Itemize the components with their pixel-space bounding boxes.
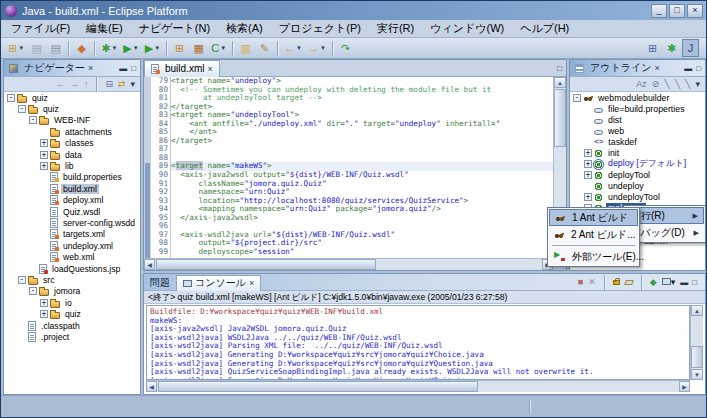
scroll-left-icon[interactable]: ◀	[144, 259, 155, 270]
tree-item[interactable]: +data	[4, 149, 140, 160]
minimize-view-icon[interactable]: ▬	[119, 64, 127, 73]
expand-icon[interactable]: +	[40, 139, 48, 147]
tree-item[interactable]: server-config.wsdd	[4, 217, 140, 228]
tree-item[interactable]: <>taskdef	[570, 136, 705, 147]
expand-icon[interactable]: +	[40, 299, 48, 307]
scroll-lock-button[interactable]	[613, 277, 620, 287]
external-tools-run-button[interactable]: ✱▼	[99, 39, 119, 57]
menubar-item[interactable]: 検索(A)	[218, 20, 271, 37]
maximize-editor-icon[interactable]: □	[557, 64, 566, 73]
tree-item[interactable]: +deploy [デフォルト]	[570, 158, 705, 169]
menubar-item[interactable]: ウィンドウ(W)	[422, 20, 512, 37]
tree-item[interactable]: dist	[570, 114, 705, 125]
tree-item[interactable]: +classes	[4, 138, 140, 149]
menubar-item[interactable]: ファイル(F)	[3, 20, 78, 37]
open-console-button[interactable]: ▾	[662, 277, 676, 287]
menubar-item[interactable]: ヘルプ(H)	[512, 20, 577, 37]
menubar-item[interactable]: 実行(R)	[369, 20, 422, 37]
expand-icon[interactable]: +	[584, 193, 592, 201]
code-area[interactable]: <target name="undeploy"> <!-- Sometimes …	[171, 77, 553, 258]
tree-item[interactable]: web.xml	[4, 251, 140, 262]
editor-horizontal-scrollbar[interactable]: ◀ ▶	[144, 258, 553, 270]
close-icon[interactable]: ×	[207, 64, 212, 74]
console-output[interactable]: Buildfile: D:¥workspace¥quiz¥quiz¥WEB-IN…	[146, 305, 690, 380]
tab-console[interactable]: コンソール×	[176, 275, 261, 291]
sort-icon[interactable]: Az	[636, 79, 647, 89]
console-vertical-scrollbar[interactable]: ▲ ▼	[690, 305, 703, 380]
filter-internal-icon[interactable]: ╲	[664, 79, 669, 89]
tree-item[interactable]: deploy.xml	[4, 195, 140, 206]
minimize-view-icon[interactable]: ▬	[680, 278, 688, 287]
tab-outline[interactable]: アウトライン ×	[570, 60, 665, 76]
expand-icon[interactable]: +	[584, 149, 592, 157]
tree-item[interactable]: undeploy.xml	[4, 240, 140, 251]
back-history-icon[interactable]: ←	[56, 79, 65, 89]
close-button[interactable]: ×	[687, 4, 703, 18]
console-horizontal-scrollbar[interactable]: ◀ ▶	[146, 380, 690, 392]
print-button[interactable]: ▤	[47, 39, 64, 57]
tab-problems[interactable]: 問題	[144, 275, 176, 291]
hide-properties-icon[interactable]: ⊘	[652, 79, 660, 89]
clear-console-button[interactable]	[625, 277, 633, 287]
back-button[interactable]: ←▼	[282, 39, 304, 57]
menu-item-ant-build[interactable]: 2 Ant ビルド...	[549, 226, 638, 243]
tree-item[interactable]: -quiz	[4, 103, 140, 114]
forward-history-icon[interactable]: →	[70, 79, 79, 89]
tree-item[interactable]: targets.xml	[4, 229, 140, 240]
scroll-right-icon[interactable]: ▶	[679, 381, 690, 392]
close-icon[interactable]: ×	[249, 278, 254, 288]
editor-body[interactable]: 7980818283848586878889909192939495969798…	[144, 77, 553, 258]
scrollbar-thumb[interactable]	[554, 89, 566, 147]
tree-item[interactable]: file=build.properties	[570, 103, 705, 114]
tree-item[interactable]: build.properties	[4, 172, 140, 183]
tree-item[interactable]: build.xml	[4, 183, 140, 194]
tree-item[interactable]: +lib	[4, 160, 140, 171]
collapse-all-icon[interactable]: ⊟	[105, 79, 113, 89]
new-package-button[interactable]: ▦	[190, 39, 207, 57]
filter-imported-icon[interactable]: ╲	[675, 79, 680, 89]
menubar-item[interactable]: ナビゲート(N)	[131, 20, 218, 37]
scroll-up-icon[interactable]: ▲	[554, 77, 566, 88]
tree-item[interactable]: +io	[4, 297, 140, 308]
collapse-icon[interactable]: -	[573, 94, 581, 102]
tree-item[interactable]: -quiz	[4, 92, 140, 103]
menu-item-ant-build[interactable]: 外部ツール(E)...	[549, 248, 638, 265]
expand-icon[interactable]: +	[40, 151, 48, 159]
filter-tasks-icon[interactable]: ╲	[685, 79, 690, 89]
scroll-up-icon[interactable]: ▲	[691, 305, 703, 316]
expand-icon[interactable]: +	[40, 310, 48, 318]
tree-item[interactable]: web	[570, 125, 705, 136]
expand-icon[interactable]: +	[584, 171, 592, 179]
scrollbar-thumb[interactable]	[691, 346, 703, 368]
close-icon[interactable]: ×	[88, 63, 93, 73]
terminate-button[interactable]: ■	[578, 277, 583, 287]
scrollbar-thumb[interactable]	[156, 259, 376, 270]
collapse-icon[interactable]: -	[29, 116, 37, 124]
scroll-left-icon[interactable]: ◀	[146, 381, 157, 392]
java-perspective-button[interactable]: J	[682, 39, 699, 57]
tab-build-xml[interactable]: build.xml ×	[144, 60, 220, 77]
minimize-view-icon[interactable]: ▬	[684, 64, 692, 73]
menubar-item[interactable]: プロジェクト(P)	[271, 20, 369, 37]
maximize-view-icon[interactable]: □	[696, 64, 701, 73]
expand-icon[interactable]: +	[40, 162, 48, 170]
menubar-item[interactable]: 編集(E)	[78, 20, 131, 37]
scrollbar-thumb[interactable]	[158, 381, 478, 392]
new-wizard-button[interactable]: ⊞▼	[6, 39, 26, 57]
tab-navigator[interactable]: ナビゲーター ×	[4, 60, 98, 76]
tree-item[interactable]: undeploy	[570, 180, 705, 191]
minimize-button[interactable]: _	[651, 4, 667, 18]
link-editor-icon[interactable]: ⇄	[118, 79, 126, 89]
tree-item[interactable]: -WEB-INF	[4, 115, 140, 126]
open-file-button[interactable]: ▥	[237, 39, 254, 57]
maximize-view-icon[interactable]: □	[131, 64, 136, 73]
collapse-icon[interactable]: -	[29, 287, 37, 295]
collapse-icon[interactable]: -	[7, 94, 15, 102]
tree-item[interactable]: +init	[570, 147, 705, 158]
pin-console-button[interactable]: ◆	[650, 277, 657, 287]
remove-launch-button[interactable]: ✕	[588, 277, 596, 287]
menu-item-ant-build[interactable]: 1 Ant ビルド	[549, 209, 638, 226]
java-cube-button[interactable]: ◆	[73, 39, 90, 57]
tree-item[interactable]: +undeployTool	[570, 191, 705, 202]
maximize-button[interactable]: □	[669, 4, 685, 18]
